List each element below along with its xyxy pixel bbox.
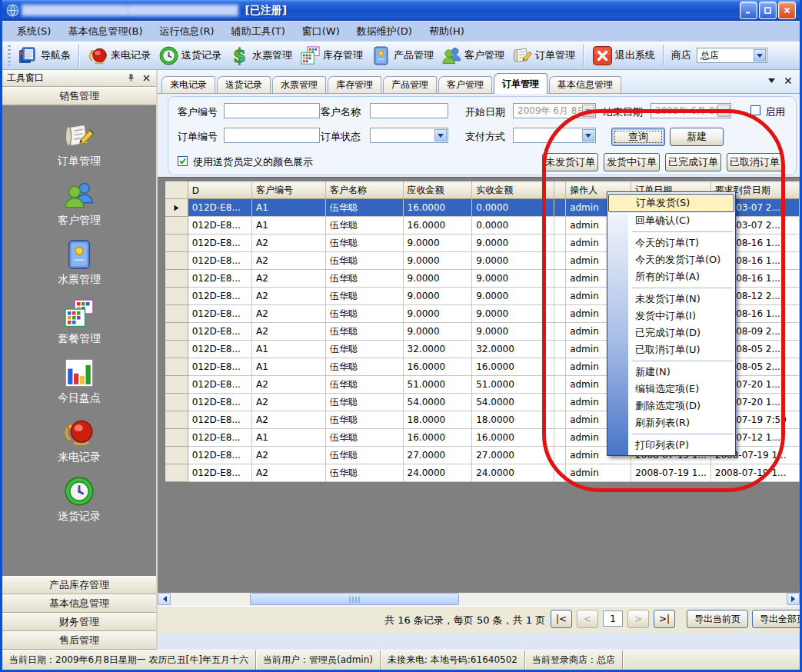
menu-item[interactable]: 帮助(H) (421, 22, 473, 41)
start-date-picker[interactable]: 2009年 6月 8日 (513, 103, 596, 118)
pay-method-select[interactable] (513, 128, 596, 143)
context-menu-item[interactable]: 所有的订单(A) (607, 268, 735, 285)
toolbar-button-product[interactable]: 产品管理 (367, 44, 438, 68)
column-header[interactable]: 客户名称 (325, 182, 403, 199)
row-selector[interactable] (165, 429, 188, 447)
column-header[interactable]: 实收金额 (472, 182, 554, 199)
sidebar-item-grid[interactable]: 套餐管理 (2, 292, 156, 351)
end-date-picker[interactable]: 2009年 6月 8日 (651, 103, 731, 118)
context-menu-item[interactable]: 删除选定项(D) (607, 398, 735, 414)
context-menu-item[interactable]: 已取消订单(U) (607, 341, 735, 358)
toolbar-button-clock[interactable]: 送货记录 (155, 44, 225, 68)
toolbar-button-order[interactable]: 订单管理 (508, 44, 579, 68)
row-selector[interactable] (165, 305, 188, 323)
sidebar-section[interactable]: 基本信息管理 (2, 594, 156, 613)
close-button[interactable] (778, 2, 796, 19)
shop-select[interactable]: 总店 (697, 48, 767, 63)
toolbar-grip[interactable] (8, 45, 11, 65)
context-menu-item[interactable]: 已完成订单(D) (607, 324, 735, 341)
tab-close-icon[interactable] (784, 77, 792, 85)
row-selector[interactable] (165, 358, 188, 376)
row-selector[interactable] (165, 252, 188, 270)
menu-item[interactable]: 系统(S) (8, 22, 59, 41)
toolbar-button-navigator[interactable]: 导航条 (14, 44, 75, 68)
prev-page-button[interactable]: < (577, 610, 598, 628)
order-no-input[interactable] (224, 128, 320, 143)
tab-订单管理[interactable]: 订单管理 (494, 73, 547, 94)
sidebar-section[interactable]: 财务管理 (2, 613, 156, 631)
status-filter-button[interactable]: 发货中订单 (604, 153, 660, 171)
pay-method-arrow[interactable] (582, 129, 594, 141)
toolbar-button-customers[interactable]: 客户管理 (438, 44, 508, 68)
customer-name-input[interactable] (370, 103, 448, 118)
page-number-input[interactable] (603, 610, 623, 627)
tool-window-close-icon[interactable] (141, 73, 151, 84)
menu-item[interactable]: 基本信息管理(B) (59, 22, 151, 41)
sidebar-section[interactable]: 产品库存管理 (2, 576, 156, 594)
shop-select-arrow[interactable] (754, 49, 766, 62)
context-menu-item[interactable]: 打印列表(P) (607, 437, 735, 454)
row-selector[interactable] (165, 288, 188, 305)
context-menu-item[interactable]: 回单确认(C) (607, 212, 735, 229)
menu-item[interactable]: 窗口(W) (294, 22, 348, 41)
column-header[interactable]: 客户编号 (251, 182, 325, 199)
first-page-button[interactable]: |< (551, 610, 572, 628)
table-row[interactable]: 012D-E8...A2伍华聪24.000024.0000admin2008-0… (165, 464, 800, 482)
last-page-button[interactable]: >| (654, 610, 675, 628)
sidebar-item-order[interactable]: 订单管理 (2, 115, 156, 174)
sidebar-item-bell[interactable]: 来电记录 (2, 411, 156, 470)
context-menu-item[interactable]: 今天的发货订单(O) (607, 251, 735, 268)
maximize-button[interactable] (759, 2, 777, 19)
status-filter-button[interactable]: 已完成订单 (665, 153, 721, 171)
row-selector[interactable] (165, 217, 188, 235)
row-selector[interactable] (165, 235, 188, 252)
customer-no-input[interactable] (224, 103, 320, 118)
context-menu-item[interactable]: 新建(N) (607, 364, 735, 381)
context-menu-item[interactable]: 今天的订单(T) (607, 235, 735, 251)
sidebar-item-clock[interactable]: 送货记录 (2, 470, 156, 529)
toolbar-button-exit[interactable]: 退出系统 (588, 44, 659, 68)
row-selector[interactable] (165, 464, 188, 482)
tab-库存管理[interactable]: 库存管理 (328, 76, 381, 93)
context-menu-item[interactable]: 刷新列表(R) (607, 414, 735, 431)
enable-checkbox[interactable] (750, 105, 760, 115)
export-all-pages-button[interactable]: 导出全部页 (752, 610, 802, 628)
pin-icon[interactable] (125, 73, 136, 84)
tab-产品管理[interactable]: 产品管理 (383, 76, 437, 93)
tab-客户管理[interactable]: 客户管理 (438, 76, 492, 93)
row-selector[interactable] (165, 323, 188, 341)
menu-item[interactable]: 数据维护(D) (348, 22, 421, 41)
new-button[interactable]: 新建 (670, 128, 724, 146)
toolbar-button-dollar[interactable]: $水票管理 (225, 44, 296, 68)
tab-来电记录[interactable]: 来电记录 (161, 76, 215, 93)
scrollbar-thumb[interactable] (250, 593, 459, 605)
order-status-select[interactable] (370, 128, 448, 143)
menu-item[interactable]: 辅助工具(T) (223, 22, 294, 41)
export-current-page-button[interactable]: 导出当前页 (687, 610, 748, 628)
column-header[interactable]: 应收金额 (403, 182, 472, 199)
row-selector[interactable] (165, 270, 188, 288)
status-filter-button[interactable]: 未发货订单 (542, 153, 598, 171)
row-selector[interactable] (165, 394, 188, 411)
toolbar-button-grid[interactable]: 库存管理 (296, 44, 367, 68)
menu-item[interactable]: 运行信息(R) (151, 22, 222, 41)
status-filter-button[interactable]: 已取消订单 (727, 153, 783, 171)
order-status-arrow[interactable] (434, 129, 447, 141)
context-menu-item[interactable]: 未发货订单(N) (607, 291, 735, 308)
sidebar-section-sales[interactable]: 销售管理 (2, 87, 156, 105)
scroll-left-icon[interactable] (158, 593, 171, 605)
row-selector[interactable] (165, 447, 188, 464)
chevron-down-icon[interactable] (768, 78, 775, 83)
sidebar-item-product[interactable]: 水票管理 (2, 233, 156, 292)
row-selector[interactable] (165, 199, 188, 217)
sidebar-item-customers[interactable]: 客户管理 (2, 174, 156, 233)
column-header[interactable] (554, 182, 566, 199)
tab-送货记录[interactable]: 送货记录 (217, 76, 271, 93)
query-button[interactable]: 查询 (611, 128, 665, 146)
row-selector[interactable] (165, 341, 188, 358)
row-selector[interactable] (165, 376, 188, 394)
minimize-button[interactable] (740, 2, 757, 19)
color-display-checkbox[interactable] (178, 156, 188, 166)
horizontal-scrollbar[interactable] (158, 592, 800, 606)
tab-水票管理[interactable]: 水票管理 (272, 76, 326, 93)
